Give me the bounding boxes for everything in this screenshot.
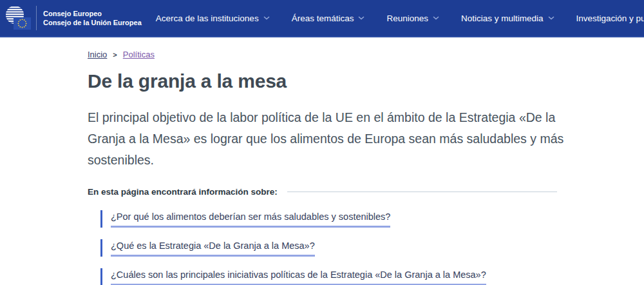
nav-item-instituciones[interactable]: Acerca de las instituciones [156,14,270,23]
logo-text: Consejo Europeo Consejo de la Unión Euro… [43,9,142,27]
logo-line-2: Consejo de la Unión Europea [43,18,142,27]
nav-item-investigacion[interactable]: Investigación y publicaciones [576,14,644,23]
page-content: Inicio > Políticas De la granja a la mes… [88,37,557,285]
accent-bar [100,239,102,257]
logo-divider [36,6,37,30]
accent-bar [100,268,102,285]
intro-paragraph: El principal objetivo de la labor políti… [88,107,571,171]
council-logo-icon [5,5,32,32]
page-title: De la granja a la mesa [88,70,557,92]
list-item: ¿Por qué los alimentos deberían ser más … [100,210,390,228]
nav-item-areas-tematicas[interactable]: Áreas temáticas [292,14,365,23]
nav-item-noticias[interactable]: Noticias y multimedia [461,14,554,23]
breadcrumb: Inicio > Políticas [88,50,557,59]
main-navigation: Acerca de las instituciones Áreas temáti… [156,14,644,23]
breadcrumb-home-link[interactable]: Inicio [88,50,107,59]
logo-line-1: Consejo Europeo [43,9,142,18]
toc-list: ¿Por qué los alimentos deberían ser más … [100,210,557,285]
toc-heading: En esta página encontrará información so… [88,187,278,197]
toc-link-iniciativas[interactable]: ¿Cuáles son las principales iniciativas … [111,268,486,285]
chevron-down-icon [358,16,365,20]
toc-divider-line [287,192,557,192]
toc-link-estrategia[interactable]: ¿Qué es la Estrategia «De la Granja a la… [111,239,315,257]
list-item: ¿Qué es la Estrategia «De la Granja a la… [100,239,315,257]
nav-item-label: Reuniones [386,14,428,23]
list-item: ¿Cuáles son las principales iniciativas … [100,268,486,285]
nav-item-label: Investigación y publicaciones [576,14,644,23]
nav-item-label: Noticias y multimedia [461,14,544,23]
council-logo[interactable]: Consejo Europeo Consejo de la Unión Euro… [5,5,142,32]
toc-link-saludables[interactable]: ¿Por qué los alimentos deberían ser más … [111,210,390,228]
top-navbar: Consejo Europeo Consejo de la Unión Euro… [0,0,644,37]
breadcrumb-politicas-link[interactable]: Políticas [123,50,155,59]
chevron-down-icon [263,16,270,20]
breadcrumb-separator: > [113,51,117,59]
chevron-down-icon [548,16,554,20]
toc-heading-row: En esta página encontrará información so… [88,187,557,197]
nav-item-reuniones[interactable]: Reuniones [386,14,439,23]
accent-bar [100,210,102,228]
nav-item-label: Áreas temáticas [292,14,354,23]
nav-item-label: Acerca de las instituciones [156,14,259,23]
chevron-down-icon [433,16,439,20]
